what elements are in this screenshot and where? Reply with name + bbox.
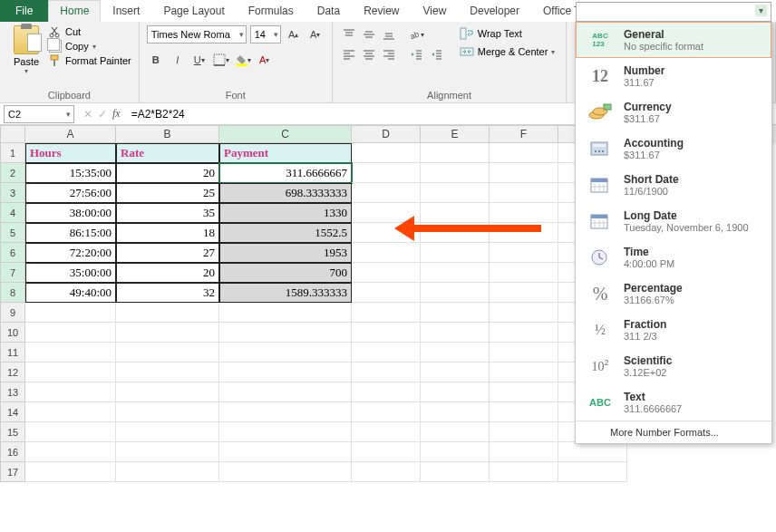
cell-D1[interactable] [352,143,421,163]
fill-color-button[interactable]: ▾ [234,51,252,69]
cell-F7[interactable] [490,263,558,283]
cell-E2[interactable] [421,163,490,183]
cell-B11[interactable] [116,343,219,363]
align-right-button[interactable] [380,45,398,63]
cell-F15[interactable] [490,422,558,442]
format-longdate[interactable]: Long DateTuesday, November 6, 1900 [576,203,771,239]
cell-E14[interactable] [421,402,490,422]
row-header[interactable]: 7 [0,263,25,283]
font-color-button[interactable]: A▾ [256,51,274,69]
cell-E16[interactable] [421,442,490,462]
cell-F16[interactable] [490,442,558,462]
cell-D15[interactable] [352,422,421,442]
cell-B17[interactable] [116,462,219,482]
cell-D16[interactable] [352,442,421,462]
cell-F17[interactable] [490,462,558,482]
align-middle-button[interactable] [360,25,378,44]
col-header-c[interactable]: C [219,125,352,143]
cell-E8[interactable] [421,283,490,303]
copy-button[interactable]: Copy ▾ [49,40,131,53]
wrap-text-button[interactable]: Wrap Text [456,25,559,42]
cell-A6[interactable]: 72:20:00 [25,243,116,263]
cell-C14[interactable] [219,402,352,422]
row-header[interactable]: 17 [0,462,25,482]
cell-C17[interactable] [219,462,352,482]
cell-C4[interactable]: 1330 [219,203,352,223]
cell-B13[interactable] [116,382,219,402]
cell-F3[interactable] [490,183,558,203]
format-accounting[interactable]: Accounting$311.67 [576,131,771,167]
cell-C9[interactable] [219,303,352,323]
row-header[interactable]: 3 [0,183,25,203]
cell-B3[interactable]: 25 [116,183,219,203]
cell-A16[interactable] [25,442,116,462]
cell-B7[interactable]: 20 [116,263,219,283]
format-currency[interactable]: Currency$311.67 [576,94,771,131]
format-painter-button[interactable]: Format Painter [49,54,131,67]
cell-B2[interactable]: 20 [116,163,219,183]
cell-A8[interactable]: 49:40:00 [25,283,116,303]
border-button[interactable]: ▾ [212,51,230,69]
format-percentage[interactable]: %Percentage31166.67% [576,276,771,312]
cell-D12[interactable] [352,363,421,382]
cell-A9[interactable] [25,303,116,323]
tab-data[interactable]: Data [306,0,352,22]
cell-B14[interactable] [116,402,219,422]
cell-D6[interactable] [352,243,421,263]
cell-C8[interactable]: 1589.333333 [219,283,352,303]
cell-C5[interactable]: 1552.5 [219,223,352,243]
cell-D13[interactable] [352,382,421,402]
row-header[interactable]: 11 [0,343,25,363]
decrease-indent-button[interactable] [407,45,425,63]
cell-G17[interactable] [558,462,627,482]
paste-button[interactable]: Paste ▾ [7,25,45,88]
format-shortdate[interactable]: Short Date11/6/1900 [576,167,771,203]
cell-E15[interactable] [421,422,490,442]
cell-A15[interactable] [25,422,116,442]
cut-button[interactable]: Cut [49,25,131,38]
row-header[interactable]: 12 [0,363,25,382]
cell-E11[interactable] [421,343,490,363]
name-box[interactable]: C2 [4,105,74,123]
cell-A2[interactable]: 15:35:00 [25,163,116,183]
tab-review[interactable]: Review [352,0,411,22]
cell-C10[interactable] [219,323,352,343]
cell-E17[interactable] [421,462,490,482]
font-size-combo[interactable]: 14 [250,25,281,44]
cell-D11[interactable] [352,343,421,363]
cell-A4[interactable]: 38:00:00 [25,203,116,223]
font-name-combo[interactable]: Times New Roma [147,25,247,44]
col-header-f[interactable]: F [490,125,558,143]
cell-C16[interactable] [219,442,352,462]
align-top-button[interactable] [340,25,358,44]
cell-A17[interactable] [25,462,116,482]
cancel-formula-button[interactable]: ✕ [83,108,92,121]
cell-A3[interactable]: 27:56:00 [25,183,116,203]
cell-C6[interactable]: 1953 [219,243,352,263]
row-header[interactable]: 1 [0,143,25,163]
cell-B10[interactable] [116,323,219,343]
col-header-b[interactable]: B [116,125,219,143]
tab-insert[interactable]: Insert [101,0,151,22]
cell-F1[interactable] [490,143,558,163]
cell-C7[interactable]: 700 [219,263,352,283]
cell-F14[interactable] [490,402,558,422]
increase-indent-button[interactable] [427,45,445,63]
align-bottom-button[interactable] [380,25,398,44]
row-header[interactable]: 8 [0,283,25,303]
fx-icon[interactable]: fx [112,107,121,121]
increase-font-button[interactable]: A▴ [285,25,303,44]
cell-A14[interactable] [25,402,116,422]
row-header[interactable]: 6 [0,243,25,263]
decrease-font-button[interactable]: A▾ [306,25,325,44]
cell-E3[interactable] [421,183,490,203]
cell-E10[interactable] [421,323,490,343]
cell-D9[interactable] [352,303,421,323]
tab-file[interactable]: File [0,0,48,22]
cell-B8[interactable]: 32 [116,283,219,303]
accept-formula-button[interactable]: ✓ [98,108,107,121]
cell-D10[interactable] [352,323,421,343]
cell-D3[interactable] [352,183,421,203]
cell-B6[interactable]: 27 [116,243,219,263]
cell-C11[interactable] [219,343,352,363]
